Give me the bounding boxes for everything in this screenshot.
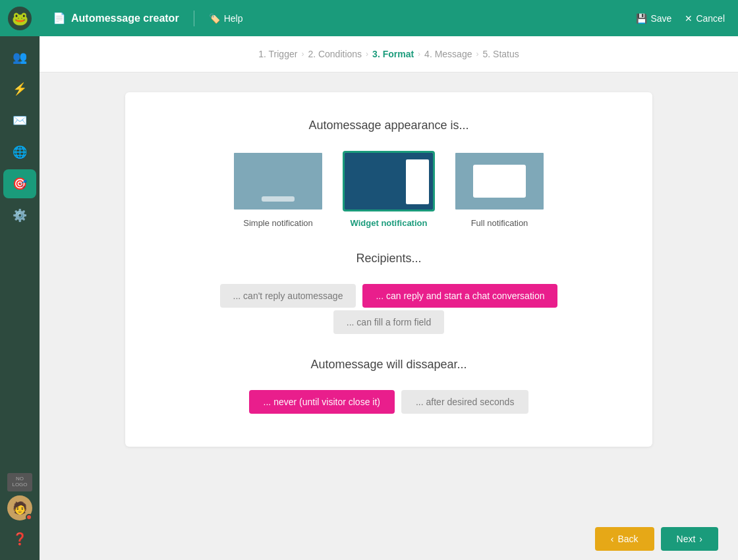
back-button[interactable]: ‹ Back bbox=[595, 527, 654, 551]
app-title: Automessage creator bbox=[71, 13, 179, 24]
topbar-title: 📄 Automessage creator bbox=[53, 12, 179, 24]
next-button[interactable]: Next › bbox=[661, 527, 718, 551]
avatar-status-dot bbox=[26, 514, 32, 520]
breadcrumb-arrow-3: › bbox=[418, 49, 420, 59]
recipients-section: Recipients... ... can't reply automessag… bbox=[165, 252, 613, 334]
disappear-after-seconds-button[interactable]: ... after desired seconds bbox=[401, 390, 528, 414]
preview-full-bg bbox=[455, 153, 544, 210]
save-button[interactable]: 💾 Save bbox=[636, 13, 671, 24]
preview-widget-bg bbox=[345, 153, 433, 210]
sidebar-item-inbox[interactable]: ✉️ bbox=[3, 106, 36, 135]
main-content: 📄 Automessage creator 🏷️ Help 💾 Save ✕ C… bbox=[40, 0, 738, 560]
app-logo: 🐸 bbox=[8, 7, 32, 30]
help-icon: 🏷️ bbox=[209, 13, 220, 24]
appearance-title: Automessage appearance is... bbox=[165, 119, 613, 132]
topbar-actions: 💾 Save ✕ Cancel bbox=[636, 13, 725, 24]
no-logo-badge: NOLOGO bbox=[7, 473, 32, 491]
cancel-button[interactable]: ✕ Cancel bbox=[685, 13, 725, 24]
notif-label-full: Full notification bbox=[471, 218, 528, 228]
main-card: Automessage appearance is... Simple noti… bbox=[125, 92, 652, 447]
notification-types: Simple notification Widget notification bbox=[165, 151, 613, 228]
breadcrumb: 1. Trigger › 2. Conditions › 3. Format ›… bbox=[40, 36, 738, 72]
sidebar-item-flash[interactable]: ⚡ bbox=[3, 74, 36, 103]
sidebar-logo[interactable]: 🐸 bbox=[0, 0, 40, 36]
notif-card-full[interactable]: Full notification bbox=[453, 151, 546, 228]
sidebar-item-settings[interactable]: ⚙️ bbox=[3, 201, 36, 230]
preview-simple-bg bbox=[234, 153, 322, 210]
sidebar-item-team[interactable]: 👥 bbox=[3, 43, 36, 72]
close-icon: ✕ bbox=[685, 13, 693, 24]
chevron-left-icon: ‹ bbox=[611, 534, 614, 544]
notif-preview-simple bbox=[232, 151, 324, 211]
sidebar-item-globe[interactable]: 🌐 bbox=[3, 138, 36, 167]
preview-full-box bbox=[473, 165, 526, 198]
breadcrumb-arrow-4: › bbox=[476, 49, 478, 59]
recipient-buttons-row1: ... can't reply automessage ... can repl… bbox=[165, 284, 613, 308]
notif-preview-widget bbox=[343, 151, 435, 211]
recipients-title: Recipients... bbox=[165, 252, 613, 266]
page-content: Automessage appearance is... Simple noti… bbox=[40, 72, 738, 518]
sidebar: 🐸 👥 ⚡ ✉️ 🌐 🎯 ⚙️ NOLOGO 🧑 ❓ bbox=[0, 0, 40, 560]
save-icon: 💾 bbox=[636, 13, 647, 24]
notif-label-simple: Simple notification bbox=[243, 218, 313, 228]
sidebar-bottom: NOLOGO 🧑 ❓ bbox=[3, 473, 36, 560]
breadcrumb-format[interactable]: 3. Format bbox=[372, 49, 414, 59]
notif-preview-full bbox=[453, 151, 546, 211]
breadcrumb-trigger[interactable]: 1. Trigger bbox=[258, 49, 297, 59]
sidebar-item-target[interactable]: 🎯 bbox=[3, 169, 36, 198]
chevron-right-icon: › bbox=[699, 534, 702, 544]
help-link[interactable]: 🏷️ Help bbox=[209, 13, 243, 24]
recipient-cant-reply-button[interactable]: ... can't reply automessage bbox=[220, 284, 356, 308]
bottom-actions: ‹ Back Next › bbox=[40, 518, 738, 560]
notif-label-widget: Widget notification bbox=[351, 218, 428, 228]
sidebar-nav: 👥 ⚡ ✉️ 🌐 🎯 ⚙️ bbox=[3, 36, 36, 473]
breadcrumb-conditions[interactable]: 2. Conditions bbox=[308, 49, 362, 59]
disappear-section: Automessage will dissapear... ... never … bbox=[165, 358, 613, 414]
sidebar-item-help[interactable]: ❓ bbox=[3, 524, 36, 553]
disappear-never-button[interactable]: ... never (until visitor close it) bbox=[249, 390, 395, 414]
disappear-title: Automessage will dissapear... bbox=[165, 358, 613, 372]
preview-widget-popup bbox=[406, 159, 429, 204]
breadcrumb-message[interactable]: 4. Message bbox=[424, 49, 472, 59]
avatar[interactable]: 🧑 bbox=[7, 495, 32, 520]
document-icon: 📄 bbox=[53, 12, 66, 24]
disappear-buttons: ... never (until visitor close it) ... a… bbox=[165, 390, 613, 414]
topbar: 📄 Automessage creator 🏷️ Help 💾 Save ✕ C… bbox=[40, 0, 738, 36]
notif-card-simple[interactable]: Simple notification bbox=[232, 151, 324, 228]
notif-card-widget[interactable]: Widget notification bbox=[343, 151, 435, 228]
recipient-can-reply-button[interactable]: ... can reply and start a chat conversat… bbox=[362, 284, 557, 308]
breadcrumb-status[interactable]: 5. Status bbox=[482, 49, 519, 59]
preview-simple-bar bbox=[262, 196, 295, 202]
breadcrumb-arrow-1: › bbox=[301, 49, 304, 59]
topbar-divider bbox=[194, 11, 194, 26]
breadcrumb-arrow-2: › bbox=[366, 49, 368, 59]
recipient-form-field-button[interactable]: ... can fill a form field bbox=[333, 310, 444, 334]
